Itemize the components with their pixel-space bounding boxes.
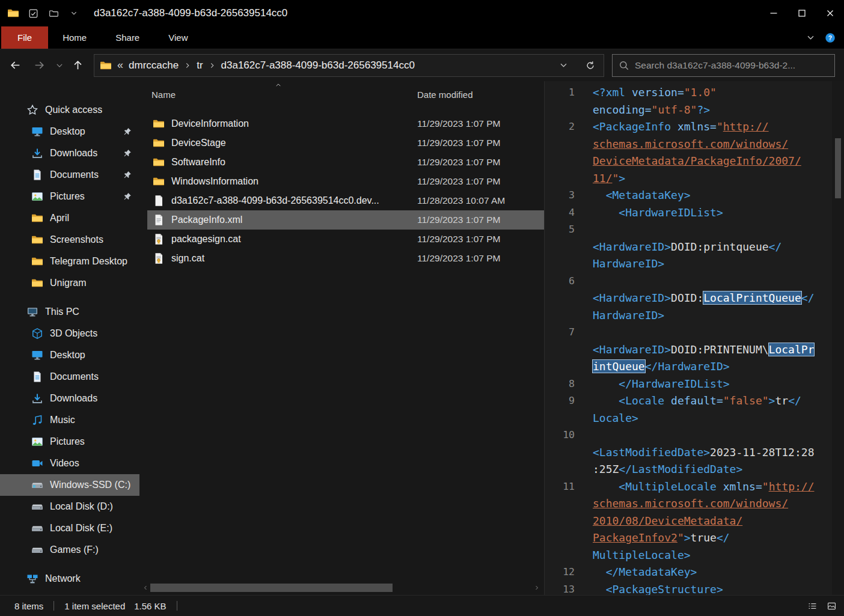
sidebar-section-this-pc-header[interactable]: This PC — [0, 301, 139, 323]
code-line-rows: <PackageStructure> — [583, 581, 831, 596]
file-row-packagesign-cat[interactable]: packagesign.cat11/29/2023 1:07 PM — [139, 230, 544, 249]
horizontal-scrollbar-track[interactable] — [150, 581, 532, 594]
ribbon-collapse-button[interactable] — [806, 33, 815, 42]
sidebar-item-downloads[interactable]: Downloads — [0, 142, 139, 164]
maximize-button[interactable] — [787, 0, 816, 26]
star-icon — [26, 104, 38, 116]
tab-view[interactable]: View — [154, 26, 202, 49]
breadcrumb-overflow[interactable]: « — [117, 59, 123, 72]
file-row-packageinfo-xml[interactable]: PackageInfo.xml11/29/2023 1:07 PM — [139, 210, 544, 230]
sidebar-item-windows-ssd-c[interactable]: Windows-SSD (C:) — [0, 474, 139, 496]
sidebar-item-local-disk-d[interactable]: Local Disk (D:) — [0, 496, 139, 517]
sidebar-item-documents[interactable]: Documents — [0, 164, 139, 186]
code-token: default= — [671, 394, 723, 407]
file-row-d3a162c7-a388-4099-b63d-265639514cc0-dev[interactable]: d3a162c7-a388-4099-b63d-265639514cc0.dev… — [139, 191, 544, 210]
code-row: schemas.microsoft.com/windows/ — [593, 495, 831, 513]
sidebar-item-videos[interactable]: Videos — [0, 453, 139, 474]
videos-icon — [31, 457, 43, 469]
sidebar-item-april[interactable]: April — [0, 207, 139, 229]
column-header-date-modified[interactable]: Date modified — [417, 90, 473, 100]
horizontal-scrollbar-thumb[interactable] — [150, 584, 393, 592]
minimize-button[interactable] — [759, 0, 787, 26]
sidebar-item-label: Games (F:) — [50, 544, 99, 555]
forward-arrow-icon — [33, 59, 46, 72]
search-input[interactable] — [635, 60, 828, 71]
sidebar-item-games-f[interactable]: Games (F:) — [0, 539, 139, 561]
code-row: PackageInfov2">true</ — [593, 529, 831, 547]
file-row-devicestage[interactable]: DeviceStage11/29/2023 1:07 PM — [139, 133, 544, 153]
large-icons-view-button[interactable] — [822, 597, 840, 614]
breadcrumb-segment-tr[interactable]: tr — [197, 59, 203, 72]
file-name: DeviceStage — [171, 138, 226, 148]
vertical-scrollbar[interactable] — [832, 81, 844, 595]
horizontal-scrollbar[interactable] — [141, 581, 542, 594]
tab-file[interactable]: File — [1, 26, 48, 49]
sidebar-item-label: Screenshots — [50, 234, 103, 245]
column-header-name[interactable]: Name — [151, 90, 176, 100]
breadcrumb-segment-current[interactable]: d3a162c7-a388-4099-b63d-265639514cc0 — [221, 59, 415, 72]
qat-customize-button[interactable] — [67, 7, 81, 20]
large-icons-view-icon — [827, 601, 837, 611]
recent-locations-button[interactable] — [53, 55, 66, 76]
details-view-button[interactable] — [803, 597, 821, 614]
sidebar-item-label: Documents — [50, 371, 99, 382]
address-dropdown-button[interactable] — [552, 55, 574, 76]
line-number: 12 — [545, 564, 583, 581]
code-token: <HardwareID> — [593, 240, 671, 253]
sidebar-item-downloads[interactable]: Downloads — [0, 388, 139, 409]
file-row-windowsinformation[interactable]: WindowsInformation11/29/2023 1:07 PM — [139, 172, 544, 191]
scroll-right-button[interactable] — [532, 581, 542, 594]
code-token: " — [677, 531, 684, 544]
code-token: </HardwareIDList> — [593, 377, 730, 390]
line-number: 10 — [545, 427, 583, 478]
sidebar-item-telegram-desktop[interactable]: Telegram Desktop — [0, 251, 139, 272]
up-button[interactable] — [67, 55, 88, 76]
code-token: </ — [717, 531, 730, 544]
file-row-sign-cat[interactable]: sign.cat11/29/2023 1:07 PM — [139, 249, 544, 268]
pin-icon — [123, 170, 132, 180]
help-button[interactable]: ? — [825, 32, 836, 43]
sidebar-section-network-header[interactable]: Network — [0, 568, 139, 590]
code-row: <Locale default="false">tr</ — [593, 392, 831, 410]
scroll-left-button[interactable] — [141, 581, 150, 594]
sidebar-item-3d-objects[interactable]: 3D Objects — [0, 323, 139, 344]
line-number: 13 — [545, 581, 583, 596]
sidebar-item-desktop[interactable]: Desktop — [0, 344, 139, 366]
sidebar-item-desktop[interactable]: Desktop — [0, 121, 139, 142]
sidebar-item-local-disk-e[interactable]: Local Disk (E:) — [0, 517, 139, 539]
tab-home[interactable]: Home — [48, 26, 101, 49]
file-name: d3a162c7-a388-4099-b63d-265639514cc0.dev… — [171, 195, 379, 206]
pin-icon — [123, 192, 132, 201]
sidebar-item-label: Local Disk (D:) — [50, 501, 113, 512]
quick-access-toolbar — [0, 7, 81, 20]
file-row-softwareinfo[interactable]: SoftwareInfo11/29/2023 1:07 PM — [139, 153, 544, 172]
folder-icon — [31, 234, 43, 246]
code-line-rows: <LastModifiedDate>2023-11-28T12:28:25Z</… — [583, 427, 831, 478]
code-token: <PackageStructure> — [593, 583, 723, 596]
line-number: 1 — [545, 84, 583, 118]
forward-button[interactable] — [29, 55, 49, 76]
app-folder-icon — [7, 7, 19, 19]
vertical-scrollbar-thumb[interactable] — [835, 138, 841, 198]
sidebar-item-unigram[interactable]: Unigram — [0, 272, 139, 294]
qat-properties-button[interactable] — [26, 7, 40, 20]
close-button[interactable] — [816, 0, 844, 26]
code-line-rows: <PackageInfo xmlns="http://schemas.micro… — [583, 118, 831, 187]
file-row-deviceinformation[interactable]: DeviceInformation11/29/2023 1:07 PM — [139, 114, 544, 133]
back-button[interactable] — [5, 55, 25, 76]
qat-new-folder-button[interactable] — [47, 7, 60, 20]
sidebar-item-screenshots[interactable]: Screenshots — [0, 229, 139, 251]
folder-icon — [31, 255, 43, 267]
sidebar-item-music[interactable]: Music — [0, 409, 139, 431]
code-token: "1.0" — [684, 86, 717, 99]
breadcrumb-segment-dmrccache[interactable]: dmrccache — [129, 59, 179, 72]
sidebar-item-pictures[interactable]: Pictures — [0, 431, 139, 453]
refresh-button[interactable] — [579, 55, 601, 76]
tab-share[interactable]: Share — [101, 26, 154, 49]
sidebar-item-pictures[interactable]: Pictures — [0, 186, 139, 207]
sidebar-item-documents[interactable]: Documents — [0, 366, 139, 388]
address-bar[interactable]: « dmrccache tr d3a162c7-a388-4099-b63d-2… — [94, 54, 604, 77]
code-row: <?xml version="1.0" — [593, 84, 831, 102]
sidebar-section-quick-access-header[interactable]: Quick access — [0, 99, 139, 121]
search-box[interactable] — [612, 54, 835, 77]
